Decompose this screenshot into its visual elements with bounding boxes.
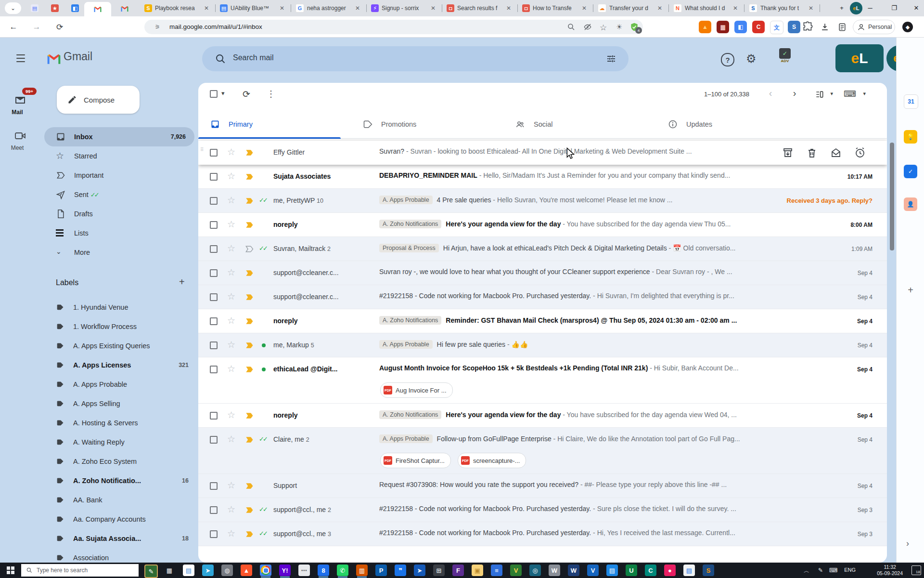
tray-pen-icon[interactable]: ✎ bbox=[818, 567, 823, 574]
important-marker-icon[interactable] bbox=[244, 292, 254, 302]
camera-teal-icon[interactable]: ◎ bbox=[529, 565, 541, 576]
browser-tab[interactable]: SPlaybook resea✕ bbox=[141, 0, 214, 16]
pinned-tab-red[interactable]: ★ bbox=[51, 4, 59, 12]
email-checkbox[interactable] bbox=[210, 412, 218, 421]
email-checkbox[interactable] bbox=[210, 436, 218, 446]
extra-extension-icon[interactable]: ◆ bbox=[901, 20, 914, 34]
back-button[interactable]: ← bbox=[7, 20, 20, 34]
clipboard-app-icon[interactable]: ▥ bbox=[356, 565, 368, 576]
sidebar-label-item[interactable]: A. Zoho Eco System bbox=[44, 452, 194, 471]
help-icon[interactable]: ? bbox=[721, 53, 734, 66]
sidebar-label-item[interactable]: 1. Workflow Process bbox=[44, 317, 194, 336]
star-icon[interactable]: ☆ bbox=[227, 409, 235, 420]
email-row[interactable]: ☆✓✓Suvran, Mailtrack 2Proposal & Process… bbox=[198, 237, 887, 261]
zoom-icon[interactable] bbox=[567, 23, 576, 31]
email-checkbox[interactable] bbox=[210, 149, 218, 158]
star-icon[interactable]: ☆ bbox=[227, 219, 235, 230]
taskbar-search-box[interactable]: Type here to search bbox=[21, 564, 139, 577]
file-explorer-icon[interactable]: ▣ bbox=[472, 565, 483, 576]
window-minimize-button[interactable]: ─ bbox=[860, 0, 880, 15]
important-marker-icon[interactable] bbox=[244, 505, 254, 515]
brave-icon[interactable]: ▲ bbox=[241, 565, 252, 576]
blue-extension-icon[interactable]: ◧ bbox=[734, 21, 747, 33]
browser-tab[interactable]: Gneha astrogger✕ bbox=[292, 0, 365, 16]
email-checkbox[interactable] bbox=[210, 293, 218, 303]
yahoo-icon[interactable]: Y! bbox=[279, 565, 291, 576]
bookmark-star-icon[interactable]: ☆ bbox=[600, 23, 608, 31]
split-pane-icon[interactable] bbox=[815, 90, 824, 101]
new-tab-button[interactable]: + bbox=[834, 0, 849, 15]
email-checkbox[interactable] bbox=[210, 530, 218, 540]
ccleaner-extension-icon[interactable]: C bbox=[752, 21, 765, 33]
email-checkbox[interactable] bbox=[210, 317, 218, 327]
sidebar-label-item[interactable]: AA. Bank bbox=[44, 490, 194, 510]
drag-handle-icon[interactable]: ⠿ bbox=[200, 148, 205, 158]
newer-page-chevron[interactable]: ‹ bbox=[764, 88, 777, 99]
get-addons-icon[interactable]: + bbox=[904, 283, 917, 297]
sidebar-item-more[interactable]: ⌄More bbox=[44, 243, 194, 262]
tab-gmail-2[interactable] bbox=[120, 4, 128, 12]
sidebar-item-drafts[interactable]: Drafts bbox=[44, 204, 194, 223]
id-card-icon[interactable]: ▤ bbox=[606, 565, 618, 576]
tab-social[interactable]: Social bbox=[503, 110, 656, 139]
input-tools-caret[interactable]: ▾ bbox=[863, 91, 866, 97]
star-icon[interactable]: ☆ bbox=[227, 171, 235, 182]
important-marker-icon[interactable] bbox=[244, 316, 254, 326]
browser-tab[interactable]: NWhat should I d✕ bbox=[669, 0, 743, 16]
tab-close-icon[interactable]: ✕ bbox=[278, 4, 286, 12]
translate-extension-icon[interactable]: 文 bbox=[770, 21, 783, 34]
tab-close-icon[interactable]: ✕ bbox=[429, 4, 437, 12]
tab-updates[interactable]: Updates bbox=[656, 110, 808, 139]
star-icon[interactable]: ☆ bbox=[227, 291, 235, 302]
tab-search-button[interactable]: ⌄ bbox=[5, 2, 21, 14]
email-checkbox[interactable] bbox=[210, 506, 218, 516]
messenger-icon[interactable]: 8 bbox=[318, 565, 329, 576]
sidebar-label-item[interactable]: A. Apps Selling bbox=[44, 394, 194, 413]
important-marker-icon[interactable] bbox=[244, 244, 254, 254]
attachment-chip[interactable]: PDFscreencapture-... bbox=[458, 453, 526, 468]
site-info-icon[interactable]: ⚞ bbox=[155, 24, 164, 32]
f-app-icon[interactable]: F bbox=[452, 565, 464, 576]
archive-icon[interactable] bbox=[782, 147, 794, 158]
star-icon[interactable]: ☆ bbox=[227, 243, 235, 254]
sidebar-label-item[interactable]: A. Hosting & Servers bbox=[44, 413, 194, 433]
select-all-checkbox[interactable] bbox=[210, 90, 218, 100]
window-close-button[interactable]: ✕ bbox=[907, 0, 924, 15]
email-row[interactable]: ☆✓✓support@ccl., me 2#21922158 - Code no… bbox=[198, 498, 887, 522]
email-row[interactable]: ☆✓✓support@ccl., me 3#21922158 - Code no… bbox=[198, 522, 887, 546]
star-icon[interactable]: ☆ bbox=[227, 195, 235, 206]
notes-app-icon[interactable]: ▤ bbox=[683, 565, 695, 576]
start-button[interactable] bbox=[7, 566, 14, 574]
flame-extension-icon[interactable]: ▲ bbox=[699, 21, 711, 33]
downloads-icon[interactable] bbox=[818, 20, 832, 34]
tray-keyboard-icon[interactable]: ⌨ bbox=[829, 567, 837, 574]
tab-close-icon[interactable]: ✕ bbox=[580, 4, 588, 12]
email-checkbox[interactable] bbox=[210, 197, 218, 207]
pink-app-icon[interactable]: ● bbox=[664, 565, 676, 576]
globe-app-icon[interactable]: ◍ bbox=[221, 565, 233, 576]
email-checkbox[interactable] bbox=[210, 269, 218, 279]
sidebar-item-sent[interactable]: Sent ✓✓ bbox=[44, 185, 194, 204]
browser-tab[interactable]: ◘Search results f✕ bbox=[443, 0, 516, 16]
gmail-search-bar[interactable]: Search mail bbox=[202, 46, 629, 71]
tab-close-icon[interactable]: ✕ bbox=[354, 4, 361, 12]
navigation-icon[interactable]: ➤ bbox=[414, 565, 425, 576]
important-marker-icon[interactable] bbox=[244, 268, 254, 278]
mail-rail-label[interactable]: Mail bbox=[0, 109, 38, 116]
email-row[interactable]: ☆ethicaLead @Digit...August Month Invoic… bbox=[198, 357, 887, 404]
email-row[interactable]: ☆support@ccleaner.c...#21922158 - Code n… bbox=[198, 285, 887, 309]
c-teal-icon[interactable]: C bbox=[645, 565, 656, 576]
star-icon[interactable]: ☆ bbox=[227, 434, 235, 445]
chat-blue-icon[interactable]: ❞ bbox=[395, 565, 406, 576]
sidebar-label-item[interactable]: A. Waiting Reply bbox=[44, 433, 194, 452]
input-tools-keyboard-icon[interactable]: ⌨ bbox=[844, 89, 856, 99]
doc-blue-icon[interactable]: ≡ bbox=[491, 565, 502, 576]
tab-close-icon[interactable]: ✕ bbox=[505, 4, 513, 12]
p-app-icon[interactable]: P bbox=[375, 565, 387, 576]
list-scrollbar-thumb[interactable] bbox=[890, 143, 894, 250]
calendar-icon[interactable]: 31 bbox=[904, 94, 918, 109]
browser-tab[interactable]: ▤UAbility Blue™✕ bbox=[216, 0, 290, 16]
sidebar-label-item[interactable]: 1. Hyundai Venue bbox=[44, 298, 194, 317]
email-row[interactable]: ☆SupportRequest #3073908: How would you … bbox=[198, 474, 887, 498]
mark-as-read-icon[interactable] bbox=[830, 147, 842, 158]
